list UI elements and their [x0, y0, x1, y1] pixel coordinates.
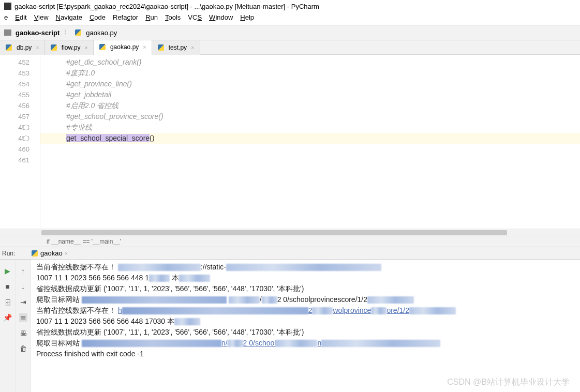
breadcrumb-text: if __name__ == '__main__' [47, 238, 121, 245]
scroll-to-end-icon[interactable]: ≣ [19, 313, 27, 322]
trash-icon[interactable]: 🗑 [19, 344, 27, 353]
chevron-right-icon: 〉 [64, 28, 70, 37]
run-tab-label: gaokao [40, 249, 63, 257]
run-tab[interactable]: gaokao × [31, 249, 68, 257]
close-icon[interactable]: × [36, 44, 39, 51]
menu-window[interactable]: Window [209, 13, 233, 24]
menu-edit[interactable]: Edit [15, 13, 26, 24]
down-arrow-icon[interactable]: ↓ [19, 282, 27, 291]
menu-file[interactable]: e [4, 13, 8, 24]
nav-project[interactable]: gaokao-script [16, 29, 60, 37]
wrap-icon[interactable]: ⇥ [19, 298, 27, 306]
line-number-gutter: 452453454455456457458459460461 [0, 55, 40, 229]
pin-icon[interactable]: 📌 [4, 313, 12, 322]
structure-breadcrumb[interactable]: if __name__ == '__main__' [0, 236, 580, 247]
menu-refactor[interactable]: Refactor [113, 13, 138, 24]
close-icon[interactable]: × [191, 44, 194, 51]
python-file-icon [75, 29, 82, 36]
run-toolbar-left: ▶ ■ ⍇ 📌 [0, 260, 16, 392]
print-icon[interactable]: 🖶 [19, 329, 27, 337]
app-icon [4, 3, 11, 10]
folder-icon [4, 29, 11, 36]
menu-code[interactable]: Code [90, 13, 106, 24]
window-title: gaokao-script [E:\pyspark_gaokao_rec2024… [14, 3, 319, 10]
python-file-icon [5, 44, 12, 51]
code-text-area[interactable]: #get_dic_school_rank()#废弃1.0#get_provinc… [40, 55, 580, 229]
scrollbar-thumb[interactable] [41, 230, 507, 235]
tab-test-py[interactable]: test.py× [152, 40, 200, 55]
menu-navigate[interactable]: Navigate [56, 13, 82, 24]
tab-db-py[interactable]: db.py× [0, 40, 45, 55]
console-output[interactable]: 当前省控线数据不存在！ ://static-1007 11 1 2023 566… [31, 260, 580, 392]
stop-icon[interactable]: ■ [4, 282, 12, 291]
main-menu-bar: eEditViewNavigateCodeRefactorRunToolsVCS… [0, 12, 580, 25]
menu-tools[interactable]: Tools [165, 13, 181, 24]
menu-view[interactable]: View [34, 13, 49, 24]
close-icon[interactable]: × [84, 44, 87, 51]
python-file-icon [31, 250, 38, 257]
editor-tabs: db.py×flow.py×gaokao.py×test.py× [0, 40, 580, 55]
python-file-icon [157, 44, 165, 51]
window-title-bar: gaokao-script [E:\pyspark_gaokao_rec2024… [0, 0, 580, 12]
menu-help[interactable]: Help [240, 13, 254, 24]
close-icon[interactable]: × [143, 44, 146, 50]
run-label: Run: [2, 250, 15, 257]
menu-run[interactable]: Run [145, 13, 158, 24]
python-file-icon [99, 43, 106, 51]
navigation-breadcrumb: gaokao-script 〉 gaokao.py [0, 25, 580, 40]
tab-flow-py[interactable]: flow.py× [45, 40, 94, 55]
exit-icon[interactable]: ⍇ [4, 298, 12, 306]
run-tool-panel: ▶ ■ ⍇ 📌 ↑ ↓ ⇥ ≣ 🖶 🗑 当前省控线数据不存在！ ://stati… [0, 260, 580, 392]
horizontal-scrollbar[interactable] [0, 229, 580, 236]
code-editor: 452453454455456457458459460461 #get_dic_… [0, 55, 580, 229]
menu-vcs[interactable]: VCS [188, 13, 202, 24]
python-file-icon [50, 44, 57, 51]
up-arrow-icon[interactable]: ↑ [19, 267, 27, 275]
nav-file[interactable]: gaokao.py [86, 29, 117, 37]
run-tool-header: Run: gaokao × [0, 247, 580, 260]
close-icon[interactable]: × [65, 250, 68, 257]
run-toolbar-mid: ↑ ↓ ⇥ ≣ 🖶 🗑 [16, 260, 31, 392]
tab-gaokao-py[interactable]: gaokao.py× [94, 40, 152, 55]
play-icon[interactable]: ▶ [4, 267, 12, 275]
